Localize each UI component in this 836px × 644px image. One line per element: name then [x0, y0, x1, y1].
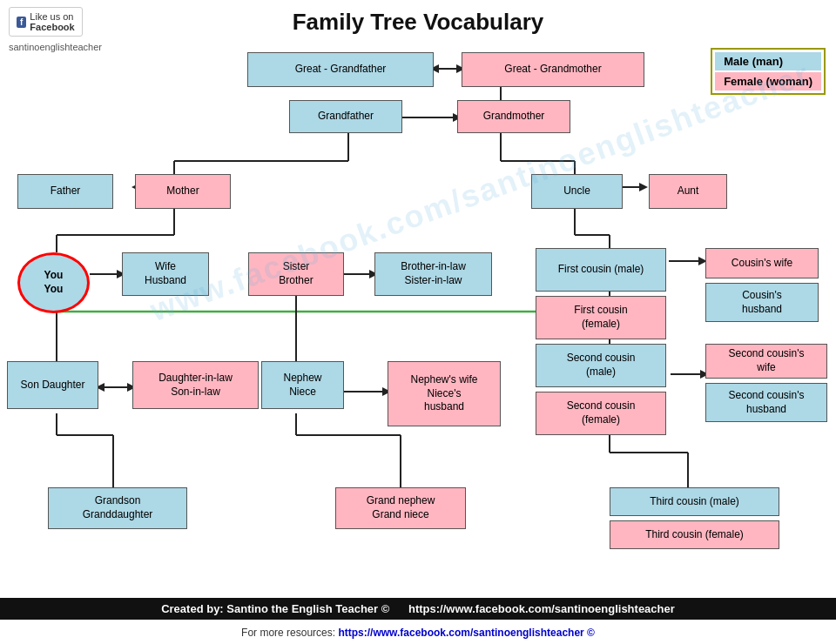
nephew-niece-label: NephewNiece — [283, 372, 321, 399]
father-box: Father — [17, 174, 113, 209]
grandfather-box: Grandfather — [289, 100, 402, 133]
cousins-husband-label: Cousin'shusband — [742, 289, 782, 316]
aunt-label: Aunt — [678, 184, 699, 198]
legend-female: Female (woman) — [715, 72, 821, 91]
sister-brother-box: SisterBrother — [248, 252, 344, 296]
cousins-husband-box: Cousin'shusband — [705, 283, 819, 322]
first-cousin-female-label: First cousin(female) — [574, 304, 627, 331]
daughter-in-law-box: Daughter-in-lawSon-in-law — [132, 361, 259, 409]
great-grandmother-label: Great - Grandmother — [504, 63, 601, 77]
third-cousin-male-label: Third cousin (male) — [650, 495, 739, 509]
first-cousin-male-box: First cousin (male) — [536, 248, 666, 292]
second-cousin-female-box: Second cousin(female) — [536, 392, 666, 435]
main-container: Family Tree Vocabulary f Like us onFaceb… — [0, 0, 836, 644]
grandmother-box: Grandmother — [457, 100, 570, 133]
third-cousin-male-box: Third cousin (male) — [610, 487, 779, 516]
nephews-wife-label: Nephew's wifeNiece'shusband — [411, 373, 478, 414]
uncle-box: Uncle — [531, 174, 623, 209]
grand-nephew-label: Grand nephewGrand niece — [367, 494, 435, 521]
cousins-wife-label: Cousin's wife — [732, 257, 792, 271]
fb-logo: f — [17, 17, 26, 28]
grandson-box: GrandsonGranddaughter — [48, 487, 187, 529]
great-grandfather-box: Great - Grandfather — [247, 52, 434, 87]
third-cousin-female-box: Third cousin (female) — [610, 520, 779, 549]
second-cousin-male-label: Second cousin(male) — [567, 352, 636, 379]
footer-created: Created by: Santino the English Teacher … — [161, 602, 389, 615]
brother-in-law-box: Brother-in-lawSister-in-law — [374, 252, 492, 296]
second-cousins-wife-box: Second cousin'swife — [705, 344, 827, 379]
first-cousin-male-label: First cousin (male) — [558, 263, 644, 277]
grandfather-label: Grandfather — [318, 110, 374, 124]
uncle-label: Uncle — [563, 184, 590, 198]
legend-male: Male (man) — [715, 52, 821, 70]
grandson-label: GrandsonGranddaughter — [83, 494, 153, 521]
fb-handle: santinoenglishteacher — [9, 42, 102, 52]
great-grandmother-box: Great - Grandmother — [462, 52, 644, 87]
page-title: Family Tree Vocabulary — [0, 0, 836, 40]
aunt-box: Aunt — [649, 174, 727, 209]
footer-black: Created by: Santino the English Teacher … — [0, 598, 836, 620]
nephews-wife-box: Nephew's wifeNiece'shusband — [388, 361, 501, 426]
second-cousins-husband-box: Second cousin'shusband — [705, 383, 827, 422]
nephew-niece-box: NephewNiece — [261, 361, 344, 409]
legend-box: Male (man) Female (woman) — [711, 48, 826, 95]
facebook-box[interactable]: f Like us onFacebook — [9, 7, 83, 37]
grandmother-label: Grandmother — [483, 110, 545, 124]
daughter-in-law-label: Daughter-in-lawSon-in-law — [158, 372, 233, 399]
second-cousins-wife-label: Second cousin'swife — [728, 347, 804, 374]
first-cousin-female-box: First cousin(female) — [536, 296, 666, 339]
brother-in-law-label: Brother-in-lawSister-in-law — [401, 260, 466, 287]
like-text: Like us onFacebook — [30, 11, 74, 32]
grand-nephew-box: Grand nephewGrand niece — [335, 487, 466, 529]
mother-label: Mother — [166, 184, 199, 198]
svg-marker-17 — [639, 183, 648, 191]
second-cousin-female-label: Second cousin(female) — [567, 399, 636, 426]
great-grandfather-label: Great - Grandfather — [295, 63, 387, 77]
footer-url: https://www.facebook.com/santinoenglisht… — [408, 602, 675, 615]
son-daughter-box: Son Daughter — [7, 361, 98, 409]
wife-husband-label: WifeHusband — [145, 260, 186, 287]
footer-white: For more resources: https://www.facebook… — [0, 627, 836, 639]
you-box: YouYou — [17, 252, 90, 313]
footer-url2: https://www.facebook.com/santinoenglisht… — [338, 627, 594, 639]
second-cousins-husband-label: Second cousin'shusband — [728, 389, 804, 416]
cousins-wife-box: Cousin's wife — [705, 248, 819, 278]
footer-more: For more resources: — [241, 627, 335, 639]
third-cousin-female-label: Third cousin (female) — [645, 528, 744, 542]
son-daughter-label: Son Daughter — [20, 379, 84, 392]
mother-box: Mother — [135, 174, 231, 209]
second-cousin-male-box: Second cousin(male) — [536, 344, 666, 387]
you-label: YouYou — [44, 269, 64, 296]
wife-husband-box: WifeHusband — [122, 252, 209, 296]
sister-brother-label: SisterBrother — [279, 260, 313, 287]
father-label: Father — [51, 184, 81, 198]
